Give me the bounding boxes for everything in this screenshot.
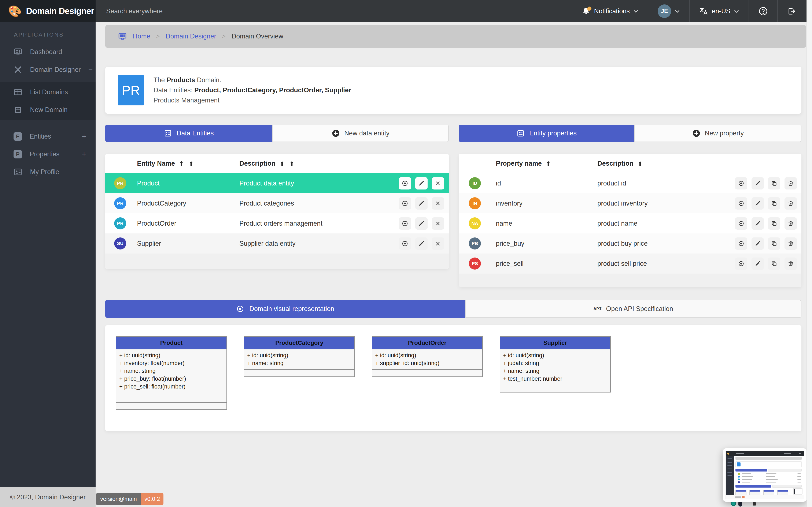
copy-button[interactable] xyxy=(768,177,780,189)
edit-button[interactable] xyxy=(752,217,764,230)
user-menu[interactable]: JE xyxy=(648,0,689,22)
properties-row-inventory[interactable]: INinventoryproduct inventory xyxy=(459,193,801,213)
entities-row-supplier[interactable]: SUSupplierSupplier data entity xyxy=(105,233,449,253)
view-button[interactable] xyxy=(735,237,747,250)
view-button[interactable] xyxy=(735,197,747,210)
delete-button[interactable] xyxy=(784,177,797,189)
delete-button[interactable] xyxy=(784,237,797,250)
uml-attributes: + id: uuid(string)+ name: string xyxy=(244,349,354,369)
delete-button[interactable] xyxy=(784,258,797,270)
sidebar-item-label: New Domain xyxy=(30,106,67,114)
edit-button[interactable] xyxy=(415,197,427,210)
logout-button[interactable] xyxy=(778,0,806,22)
uml-class-supplier: Supplier+ id: uuid(string)+ judah: strin… xyxy=(500,336,611,393)
expand-plus-icon[interactable]: + xyxy=(82,132,86,141)
sort-arrow-icon[interactable] xyxy=(637,160,643,167)
view-button[interactable] xyxy=(735,258,747,270)
notifications-menu[interactable]: Notifications xyxy=(572,0,648,22)
new-property-button[interactable]: New property xyxy=(635,125,801,142)
view-button[interactable] xyxy=(399,197,411,210)
translate-icon xyxy=(699,7,708,16)
delete-button[interactable] xyxy=(784,197,797,210)
view-icon xyxy=(402,200,408,207)
sidebar-item-entities[interactable]: EEntities+ xyxy=(0,128,96,145)
tab-entity-properties[interactable]: Entity properties xyxy=(459,125,635,142)
notifications-label: Notifications xyxy=(594,7,630,15)
uml-class-title: ProductCategory xyxy=(244,337,354,349)
properties-row-price-sell[interactable]: PSprice_sellproduct sell price xyxy=(459,253,801,274)
sort-arrow-icon[interactable] xyxy=(545,160,552,167)
sidebar-item-properties[interactable]: PProperties+ xyxy=(0,145,96,163)
sort-arrow-icon[interactable] xyxy=(279,160,285,167)
edit-button[interactable] xyxy=(415,237,427,250)
entities-row-productcategory[interactable]: PRProductCategoryProduct categories xyxy=(105,193,449,213)
sidebar-item-dashboard[interactable]: Dashboard xyxy=(0,43,96,61)
view-icon xyxy=(738,180,744,186)
row-name: Product xyxy=(137,173,160,193)
copy-button[interactable] xyxy=(768,258,780,270)
copy-button[interactable] xyxy=(768,197,780,210)
view-button[interactable] xyxy=(735,177,747,189)
remove-button[interactable] xyxy=(432,217,444,230)
row-actions xyxy=(735,213,797,233)
remove-button[interactable] xyxy=(432,237,444,250)
tab-data-entities[interactable]: Data Entities xyxy=(105,125,272,142)
notification-badge-dot xyxy=(587,7,592,11)
language-menu[interactable]: en-US xyxy=(690,0,749,22)
footer-copyright: © 2023, Domain Designer xyxy=(0,487,96,507)
copy-button[interactable] xyxy=(768,237,780,250)
open-api-specification-button[interactable]: API Open API Specification xyxy=(465,300,801,318)
pip-tab-bar xyxy=(735,469,767,471)
view-button[interactable] xyxy=(399,217,411,230)
edit-button[interactable] xyxy=(415,177,427,189)
edit-button[interactable] xyxy=(752,237,764,250)
chevron-down-icon xyxy=(633,8,639,14)
brand-block[interactable]: 🎨 Domain Designer xyxy=(0,0,96,22)
copy-button[interactable] xyxy=(768,217,780,230)
view-button[interactable] xyxy=(399,177,411,189)
breadcrumb-domain-designer[interactable]: Domain Designer xyxy=(165,33,216,40)
sidebar-item-list-domains[interactable]: List Domains xyxy=(0,83,96,101)
breadcrumb-domain-overview: Domain Overview xyxy=(232,33,283,40)
p-letter-badge-icon: P xyxy=(13,150,22,158)
domain-description: The Products Domain. Data Entities: Prod… xyxy=(154,75,351,105)
collapse-minus-icon[interactable]: − xyxy=(88,65,93,74)
entities-row-product[interactable]: PRProductProduct data entity xyxy=(105,173,449,193)
column-header-property-name[interactable]: Property name xyxy=(496,154,552,173)
pip-preview-window[interactable] xyxy=(723,448,807,502)
remove-button[interactable] xyxy=(432,197,444,210)
sidebar-item-domain-designer[interactable]: Domain Designer− xyxy=(0,61,96,78)
version-badge: version@main v0.0.2 xyxy=(96,493,163,505)
scrollbar[interactable] xyxy=(807,0,812,507)
column-header-description[interactable]: Description xyxy=(239,154,295,173)
new-data-entity-button[interactable]: New data entity xyxy=(272,125,449,142)
sidebar-item-my-profile[interactable]: My Profile xyxy=(0,163,96,181)
column-header-entity-name[interactable]: Entity Name xyxy=(137,154,194,173)
breadcrumb-home[interactable]: Home xyxy=(133,33,150,40)
properties-row-name[interactable]: NAnameproduct name xyxy=(459,213,801,233)
column-header-description[interactable]: Description xyxy=(597,154,643,173)
remove-button[interactable] xyxy=(432,177,444,189)
sidebar-item-new-domain[interactable]: New Domain xyxy=(0,101,96,119)
edit-button[interactable] xyxy=(415,217,427,230)
delete-button[interactable] xyxy=(784,217,797,230)
search-input[interactable] xyxy=(106,7,297,15)
sort-arrow-icon[interactable] xyxy=(188,160,194,167)
domain-visual-representation-button[interactable]: Domain visual representation xyxy=(105,300,465,318)
view-button[interactable] xyxy=(399,237,411,250)
breadcrumb-separator: > xyxy=(222,33,225,40)
sort-arrow-icon[interactable] xyxy=(178,160,185,167)
properties-table: Property nameDescription IDidproduct idI… xyxy=(459,154,801,287)
edit-button[interactable] xyxy=(752,177,764,189)
edit-button[interactable] xyxy=(752,258,764,270)
help-button[interactable] xyxy=(749,0,777,22)
properties-row-id[interactable]: IDidproduct id xyxy=(459,173,801,193)
expand-plus-icon[interactable]: + xyxy=(82,150,86,159)
entities-row-productorder[interactable]: PRProductOrderProduct orders management xyxy=(105,213,449,233)
sort-arrow-icon[interactable] xyxy=(289,160,295,167)
domain-summary-card: PR The Products Domain. Data Entities: P… xyxy=(105,67,801,114)
properties-table-header: Property nameDescription xyxy=(459,154,801,173)
view-button[interactable] xyxy=(735,217,747,230)
edit-button[interactable] xyxy=(752,197,764,210)
properties-row-price-buy[interactable]: PBprice_buyproduct buy price xyxy=(459,233,801,253)
